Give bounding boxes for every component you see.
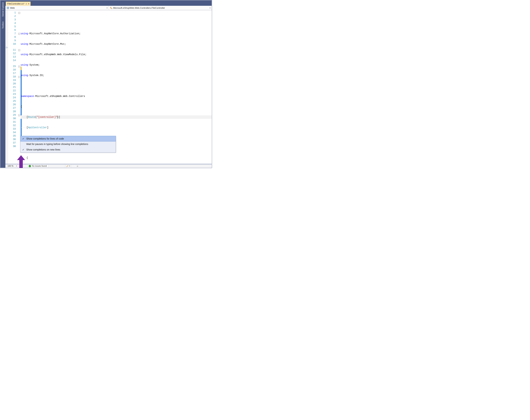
document-tab-title: FileController.cs* — [7, 2, 24, 5]
nav-type-label: Microsoft.eShopWeb.Web.Controllers.FileC… — [113, 7, 165, 9]
document-tab-filecontroller[interactable]: FileController.cs* ⊐ × — [6, 1, 31, 6]
menu-item-label: Show completions on new lines — [26, 148, 60, 151]
cleanup-button[interactable]: ▾ — [65, 165, 71, 167]
chevron-down-icon: ▾ — [107, 7, 107, 9]
menu-item-show-completions[interactable]: ✓ Show completions for lines of code — [20, 136, 116, 141]
menu-item-new-lines[interactable]: ✓ Show completions on new lines — [20, 147, 116, 152]
glyph-arrow-icon: ↑ — [7, 47, 8, 48]
toolbox-tab[interactable]: Toolbox — [2, 21, 4, 29]
intellicode-completions-menu: ✓ Show completions for lines of code Wai… — [20, 136, 116, 153]
glyph-marker — [6, 47, 7, 48]
globe-icon — [7, 7, 9, 9]
class-icon — [110, 7, 112, 9]
issues-label: No issues found — [32, 165, 47, 167]
checkmark-icon: ✓ — [20, 148, 26, 151]
glyph-margin: ↑ — [5, 10, 8, 164]
menu-item-wait-pauses[interactable]: Wait for pauses in typing before showing… — [20, 141, 116, 147]
change-marker-unsaved — [21, 67, 21, 70]
menu-item-label: Wait for pauses in typing before showing… — [26, 143, 88, 146]
scroll-left-icon[interactable]: ◀ — [76, 165, 78, 167]
navigation-bar: Web ▾ Microsoft.eShopWeb.Web.Controllers… — [5, 6, 212, 10]
issues-indicator[interactable]: ✓ No issues found — [28, 165, 48, 167]
nav-project-label: Web — [10, 7, 15, 9]
document-tabs: FileController.cs* ⊐ × — [5, 1, 212, 6]
menu-item-label: Show completions for lines of code — [26, 137, 64, 140]
server-explorer-tab[interactable]: Server Explorer — [2, 1, 4, 17]
check-icon: ✓ — [29, 165, 31, 167]
chevron-down-icon: ▾ — [210, 7, 210, 9]
checkmark-icon: ✓ — [20, 137, 26, 140]
nav-project-dropdown[interactable]: Web ▾ — [5, 6, 109, 10]
editor-status-bar: 100 % ▾ ✓ No issues found ▾ ◀ — [5, 164, 212, 168]
zoom-level[interactable]: 100 % — [6, 165, 15, 167]
callout-arrow-icon — [17, 155, 25, 168]
tool-window-rail: Server Explorer Toolbox — [0, 0, 5, 168]
nav-type-dropdown[interactable]: Microsoft.eShopWeb.Web.Controllers.FileC… — [109, 6, 212, 10]
svg-point-3 — [111, 8, 112, 9]
text-caret — [57, 116, 58, 119]
close-icon[interactable]: × — [28, 2, 29, 5]
pin-icon[interactable]: ⊐ — [25, 3, 27, 5]
line-number-gutter: 1 2 3 4 5 6 7 8 9 10 11 12 13 14 15 16 1… — [8, 10, 17, 164]
